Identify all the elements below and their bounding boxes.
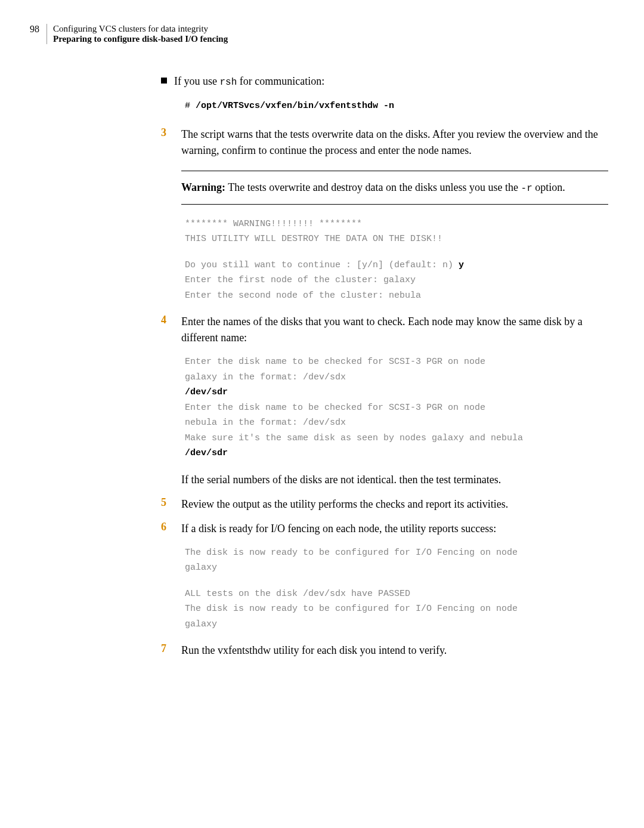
code3b-line1: Do you still want to continue : [y/n] (d… (185, 260, 459, 270)
step-7: 7 Run the vxfentsthdw utility for each d… (161, 642, 608, 659)
step-text-6: If a disk is ready for I/O fencing on ea… (181, 521, 608, 537)
step-num-4: 4 (161, 314, 181, 346)
code-hash: # (185, 101, 190, 111)
section-title: Preparing to configure disk-based I/O fe… (53, 34, 228, 44)
page-header: 98 Configuring VCS clusters for data int… (30, 24, 608, 44)
code4b: Enter the disk name to be checked for SC… (185, 403, 523, 443)
header-divider (47, 24, 47, 44)
page-number: 98 (30, 24, 39, 35)
code3b-rest: Enter the first node of the cluster: gal… (185, 275, 421, 301)
code-block-cmd: # /opt/VRTSvcs/vxfen/bin/vxfentsthdw -n (185, 100, 608, 113)
main-content: If you use rsh for communication: # /opt… (161, 74, 608, 659)
chapter-title: Configuring VCS clusters for data integr… (53, 24, 228, 34)
step-text-3: The script warns that the tests overwrit… (181, 126, 608, 159)
warning-before: The tests overwrite and destroy data on … (225, 181, 521, 193)
step-num-6: 6 (161, 521, 181, 537)
step-5: 5 Review the output as the utility perfo… (161, 496, 608, 512)
step-6: 6 If a disk is ready for I/O fencing on … (161, 521, 608, 537)
warning-box: Warning: The tests overwrite and destroy… (181, 171, 608, 205)
step-text-4: Enter the names of the disks that you wa… (181, 314, 608, 346)
code-rsh: rsh (219, 77, 237, 88)
code-block-3b: Do you still want to continue : [y/n] (d… (185, 258, 608, 304)
page-container: 98 Configuring VCS clusters for data int… (0, 0, 644, 691)
code4a: Enter the disk name to be checked for SC… (185, 357, 485, 382)
step-num-7: 7 (161, 642, 181, 659)
warning-label: Warning: (181, 181, 225, 193)
code3b-bold: y (459, 260, 464, 270)
step-4: 4 Enter the names of the disks that you … (161, 314, 608, 346)
code4-bold2: /dev/sdr (185, 448, 228, 458)
warning-after: option. (532, 181, 565, 193)
code4-bold1: /dev/sdr (185, 387, 228, 397)
bullet-icon (161, 78, 167, 84)
header-text: Configuring VCS clusters for data integr… (53, 24, 228, 44)
bullet-text: If you use rsh for communication: (174, 74, 324, 89)
bullet-before: If you use (174, 75, 219, 87)
code-block-4: Enter the disk name to be checked for SC… (185, 354, 608, 461)
code-block-6b: ALL tests on the disk /dev/sdx have PASS… (185, 586, 608, 632)
code-cmd: /opt/VRTSvcs/vxfen/bin/vxfentsthdw -n (196, 101, 394, 111)
code-block-3a: ******** WARNING!!!!!!!! ******** THIS U… (185, 217, 608, 247)
code-block-6a: The disk is now ready to be configured f… (185, 545, 608, 576)
step-text-5: Review the output as the utility perform… (181, 496, 608, 512)
step-num-3: 3 (161, 126, 181, 159)
warning-code: -r (521, 183, 532, 194)
step-text-7: Run the vxfentsthdw utility for each dis… (181, 642, 608, 659)
bullet-item: If you use rsh for communication: (161, 74, 608, 89)
bullet-after: for communication: (237, 75, 324, 87)
step-num-5: 5 (161, 496, 181, 512)
step4-note: If the serial numbers of the disks are n… (181, 472, 608, 488)
step-3: 3 The script warns that the tests overwr… (161, 126, 608, 159)
